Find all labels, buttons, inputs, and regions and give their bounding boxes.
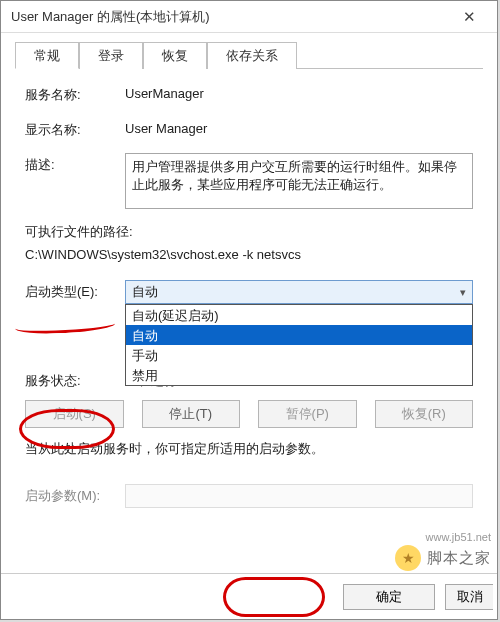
- service-name-label: 服务名称:: [25, 83, 125, 104]
- resume-button[interactable]: 恢复(R): [375, 400, 474, 428]
- startup-option-auto[interactable]: 自动: [126, 325, 472, 345]
- watermark-url: www.jb51.net: [426, 531, 491, 543]
- startup-type-label: 启动类型(E):: [25, 280, 125, 301]
- ok-button[interactable]: 确定: [343, 584, 435, 610]
- startup-type-select[interactable]: 自动 ▾: [125, 280, 473, 304]
- startup-option-disabled[interactable]: 禁用: [126, 365, 472, 385]
- tab-logon[interactable]: 登录: [79, 42, 143, 69]
- content-area: 常规 登录 恢复 依存关系 服务名称: UserManager 显示名称: Us…: [1, 33, 497, 518]
- startup-type-dropdown: 自动(延迟启动) 自动 手动 禁用: [125, 304, 473, 386]
- watermark: www.jb51.net ★ 脚本之家: [395, 545, 491, 571]
- start-params-input: [125, 484, 473, 508]
- start-params-note: 当从此处启动服务时，你可指定所适用的启动参数。: [25, 440, 473, 458]
- exe-path-value: C:\WINDOWS\system32\svchost.exe -k netsv…: [25, 247, 473, 262]
- description-textarea[interactable]: 用户管理器提供多用户交互所需要的运行时组件。如果停止此服务，某些应用程序可能无法…: [125, 153, 473, 209]
- description-label: 描述:: [25, 153, 125, 174]
- control-button-row: 启动(S) 停止(T) 暂停(P) 恢复(R): [25, 400, 473, 428]
- close-icon[interactable]: ✕: [449, 8, 489, 26]
- startup-option-delayed[interactable]: 自动(延迟启动): [126, 305, 472, 325]
- tab-strip: 常规 登录 恢复 依存关系: [15, 41, 483, 69]
- watermark-text: 脚本之家: [427, 549, 491, 568]
- service-name-value: UserManager: [125, 83, 473, 101]
- tab-dependencies[interactable]: 依存关系: [207, 42, 297, 69]
- watermark-logo-icon: ★: [395, 545, 421, 571]
- window-title: User Manager 的属性(本地计算机): [11, 8, 449, 26]
- dialog-footer: 确定 取消: [1, 573, 497, 619]
- display-name-label: 显示名称:: [25, 118, 125, 139]
- startup-type-selected: 自动: [132, 283, 158, 301]
- exe-path-label: 可执行文件的路径:: [25, 223, 473, 241]
- service-status-label: 服务状态:: [25, 372, 125, 390]
- tab-general[interactable]: 常规: [15, 42, 79, 69]
- pause-button[interactable]: 暂停(P): [258, 400, 357, 428]
- display-name-value: User Manager: [125, 118, 473, 136]
- cancel-button[interactable]: 取消: [445, 584, 493, 610]
- general-panel: 服务名称: UserManager 显示名称: User Manager 描述:…: [15, 69, 483, 518]
- stop-button[interactable]: 停止(T): [142, 400, 241, 428]
- startup-option-manual[interactable]: 手动: [126, 345, 472, 365]
- start-button[interactable]: 启动(S): [25, 400, 124, 428]
- tab-recovery[interactable]: 恢复: [143, 42, 207, 69]
- start-params-label: 启动参数(M):: [25, 487, 125, 505]
- chevron-down-icon: ▾: [460, 286, 466, 299]
- properties-dialog: User Manager 的属性(本地计算机) ✕ 常规 登录 恢复 依存关系 …: [0, 0, 498, 620]
- titlebar: User Manager 的属性(本地计算机) ✕: [1, 1, 497, 33]
